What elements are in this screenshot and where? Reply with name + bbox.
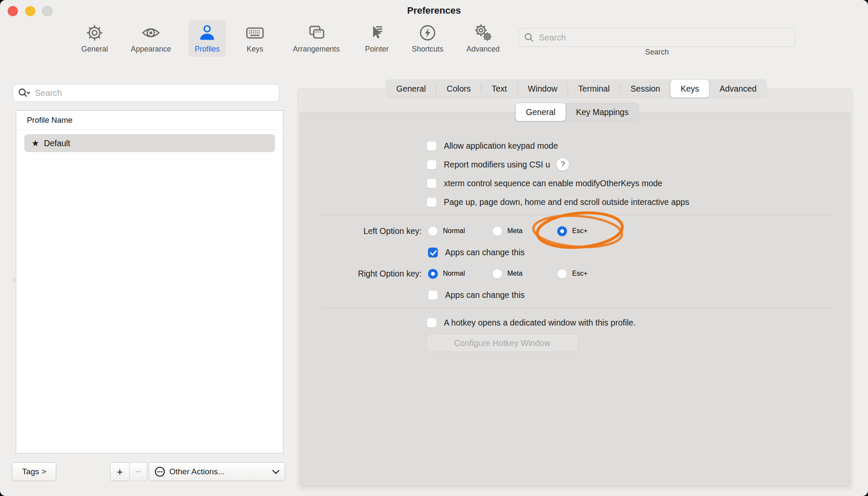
- toolbar-item-shortcuts[interactable]: Shortcuts: [405, 20, 450, 57]
- lightning-icon: [418, 23, 437, 43]
- toolbar-label: Arrangements: [293, 45, 340, 54]
- profile-search-field[interactable]: [13, 84, 279, 102]
- toolbar-label: Appearance: [131, 45, 171, 54]
- profile-list-actions: + − Other Actions...: [110, 462, 285, 481]
- radio-label: Normal: [443, 270, 465, 277]
- toolbar-item-pointer[interactable]: Pointer: [359, 20, 395, 57]
- row-modify-other-keys: xterm control sequence can enable modify…: [427, 177, 663, 190]
- separator: [322, 215, 831, 215]
- checkbox-right-apps-change[interactable]: [428, 290, 438, 300]
- checkbox-page-scroll[interactable]: [427, 197, 437, 207]
- toolbar-item-arrangements[interactable]: Arrangements: [286, 20, 346, 57]
- left-option-esc[interactable]: Esc+: [557, 225, 587, 237]
- tab-colors[interactable]: Colors: [437, 80, 481, 98]
- checkbox-label: A hotkey opens a dedicated window with t…: [444, 318, 636, 328]
- row-keypad-mode: Allow application keypad mode: [427, 139, 558, 152]
- window-title: Preferences: [0, 5, 868, 16]
- left-option-normal[interactable]: Normal: [428, 225, 465, 237]
- checkbox-label: Page up, page down, home and end scroll …: [444, 197, 689, 207]
- profile-row-default[interactable]: ★ Default: [24, 134, 275, 152]
- toolbar-item-profiles[interactable]: Profiles: [188, 20, 226, 57]
- preferences-window: Preferences General Appearance Profiles …: [0, 0, 868, 496]
- checkbox-label: Allow application keypad mode: [444, 141, 558, 151]
- toolbar-label: Pointer: [365, 45, 388, 54]
- row-right-apps-change: Apps can change this: [428, 288, 524, 301]
- configure-hotkey-window-button: Configure Hotkey Window: [426, 334, 578, 352]
- radio-meta[interactable]: [492, 226, 502, 236]
- ellipsis-circle-icon: [154, 466, 165, 477]
- profile-list-header: Profile Name: [16, 111, 283, 130]
- left-option-meta[interactable]: Meta: [492, 225, 523, 237]
- checkbox-label: xterm control sequence can enable modify…: [444, 179, 663, 188]
- profile-search-input[interactable]: [34, 88, 266, 98]
- radio-label: Meta: [507, 270, 523, 277]
- radio-meta[interactable]: [492, 269, 502, 279]
- keyboard-icon: [245, 23, 265, 43]
- toolbar-label: Profiles: [195, 45, 220, 54]
- toolbar-item-advanced[interactable]: Advanced: [460, 20, 506, 57]
- search-menu-icon: [18, 88, 31, 98]
- person-icon: [197, 23, 217, 43]
- radio-esc[interactable]: [557, 269, 567, 279]
- toolbar-label: General: [81, 45, 108, 54]
- keys-tab-content: [300, 112, 851, 487]
- checkbox-left-apps-change[interactable]: [428, 248, 438, 257]
- toolbar-item-general[interactable]: General: [75, 20, 114, 57]
- radio-normal-selected[interactable]: [428, 269, 438, 279]
- checkbox-csi-u[interactable]: [427, 160, 437, 170]
- tab-text[interactable]: Text: [481, 80, 517, 98]
- gear-icon: [85, 23, 104, 43]
- subtab-general[interactable]: General: [516, 103, 566, 121]
- profile-list: Profile Name ★ Default: [16, 110, 284, 453]
- gears-icon: [473, 23, 493, 43]
- search-icon: [524, 32, 534, 43]
- left-option-key-label: Left Option key:: [297, 225, 422, 237]
- toolbar-label: Advanced: [466, 45, 500, 54]
- add-profile-button[interactable]: +: [110, 462, 130, 481]
- right-option-esc[interactable]: Esc+: [557, 267, 587, 280]
- windows-icon: [307, 23, 326, 43]
- toolbar-label: Keys: [247, 45, 263, 54]
- tab-terminal[interactable]: Terminal: [568, 80, 620, 98]
- chevron-down-icon: [272, 469, 280, 474]
- checkbox-label: Report modifiers using CSI u: [444, 160, 550, 170]
- toolbar-item-keys[interactable]: Keys: [239, 20, 271, 57]
- right-option-key-label: Right Option key:: [297, 267, 422, 280]
- eye-icon: [141, 23, 161, 43]
- star-icon: ★: [32, 139, 39, 147]
- radio-label: Meta: [507, 227, 523, 235]
- toolbar-search-input[interactable]: [538, 32, 778, 43]
- row-page-scroll: Page up, page down, home and end scroll …: [427, 196, 689, 208]
- toolbar-search-label: Search: [518, 48, 796, 57]
- radio-label: Normal: [443, 227, 465, 235]
- splitter-handle[interactable]: [12, 278, 17, 283]
- right-option-meta[interactable]: Meta: [492, 267, 523, 280]
- radio-esc-selected[interactable]: [557, 226, 567, 236]
- tab-window[interactable]: Window: [518, 80, 567, 98]
- other-actions-label: Other Actions...: [169, 467, 268, 476]
- tab-advanced[interactable]: Advanced: [709, 80, 767, 98]
- checkbox-label: Apps can change this: [445, 248, 524, 257]
- tab-general[interactable]: General: [386, 80, 436, 98]
- toolbar-label: Shortcuts: [412, 45, 443, 54]
- checkbox-keypad-mode[interactable]: [427, 141, 437, 151]
- right-option-normal[interactable]: Normal: [428, 267, 465, 280]
- toolbar-item-appearance[interactable]: Appearance: [124, 20, 177, 57]
- toolbar-search-field[interactable]: [518, 28, 796, 47]
- profile-name: Default: [44, 138, 70, 148]
- radio-label: Esc+: [572, 270, 587, 277]
- tab-keys[interactable]: Keys: [670, 80, 709, 98]
- tab-session[interactable]: Session: [620, 80, 670, 98]
- checkbox-hotkey-window[interactable]: [427, 318, 437, 328]
- row-csi-u: Report modifiers using CSI u ?: [427, 158, 569, 171]
- other-actions-dropdown[interactable]: Other Actions...: [149, 462, 285, 481]
- help-button[interactable]: ?: [556, 158, 569, 171]
- profile-section-tabs: General Colors Text Window Terminal Sess…: [386, 80, 767, 98]
- tags-button[interactable]: Tags >: [12, 462, 56, 481]
- radio-normal[interactable]: [428, 226, 438, 236]
- subtab-key-mappings[interactable]: Key Mappings: [566, 103, 639, 121]
- keys-subtabs: General Key Mappings: [516, 103, 639, 121]
- cursor-icon: [367, 23, 387, 43]
- separator: [322, 308, 831, 308]
- checkbox-modify-other-keys[interactable]: [427, 179, 437, 188]
